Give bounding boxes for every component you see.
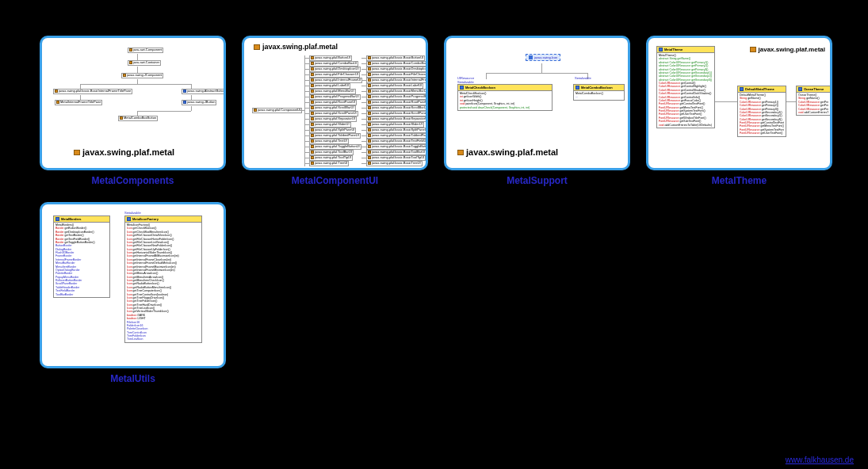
class-right-row: javax.swing.plaf.basic.BasicProgressBarU… xyxy=(366,94,428,100)
card-wrap-metalutils: MetalBorders MetalBorders()Border getBut… xyxy=(40,202,226,384)
package-icon xyxy=(254,44,260,50)
class-right-row: javax.swing.plaf.basic.BasicScrollBarUI xyxy=(366,105,428,111)
class-metalborders: MetalBorders MetalBorders()Border getBut… xyxy=(53,215,110,298)
class-left-row: javax.swing.plaf.LabelUI xyxy=(309,83,350,89)
package-icon xyxy=(457,150,464,155)
card-metalcomponentui[interactable]: javax.swing.plaf.metal javax.swing.plaf.… xyxy=(242,36,428,170)
class-left-row: javax.swing.plaf.DesktopIconUI xyxy=(309,67,361,72)
class-left-row: javax.swing.plaf.ProgressBarUI xyxy=(309,94,361,100)
class-left-row: javax.swing.plaf.ToolTipUI xyxy=(309,155,353,161)
package-label: javax.swing.plaf.metal xyxy=(457,147,558,157)
card-wrap-metaltheme: javax.swing.plaf.metal MetalTheme MetalT… xyxy=(646,36,832,186)
class-left-row: javax.swing.plaf.MenuBarUI xyxy=(309,89,356,94)
class-right-row: javax.swing.plaf.basic.BasicSliderUI xyxy=(366,122,424,128)
class-right-row: javax.swing.plaf.basic.BasicToolBarUI xyxy=(366,150,426,155)
class-right-row: javax.swing.plaf.basic.BasicButtonUI xyxy=(366,55,425,61)
class-right-row: javax.swing.plaf.basic.BasicFileChooserU… xyxy=(366,72,428,78)
class-left-row: javax.swing.plaf.ToggleButtonUI xyxy=(309,144,361,150)
card-title-metalutils[interactable]: MetalUtils xyxy=(110,373,155,384)
class-left-row: javax.swing.plaf.TreeUI xyxy=(309,161,349,166)
package-label: javax.swing.plaf.metal xyxy=(74,147,174,157)
card-title-metalcomponents[interactable]: MetalComponents xyxy=(91,175,174,186)
class-left-row: javax.swing.plaf.ToolBarUI xyxy=(309,150,354,155)
diagram-grid: java.awt.Component java.awt.Container ja… xyxy=(40,36,848,384)
class-right-row: javax.swing.plaf.basic.BasicComboBoxUI xyxy=(366,61,428,67)
card-metalutils[interactable]: MetalBorders MetalBorders()Border getBut… xyxy=(40,202,226,368)
class-metalinternalframetitlepane: MetalInternalFrameTitlePane xyxy=(55,100,102,105)
class-right-row: javax.swing.plaf.basic.BasicTabbedPaneUI xyxy=(366,133,428,139)
class-metalcheckboxicon: MetalCheckBoxIcon MetalCheckBoxIcon()int… xyxy=(457,84,553,111)
class-icon xyxy=(798,87,802,91)
class-right-row: javax.swing.plaf.basic.BasicRootPaneUI xyxy=(366,100,428,105)
class-metaltheme: MetalTheme MetalTheme()abstract String g… xyxy=(656,46,715,128)
class-jcomponent: javax.swing.JComponent xyxy=(121,73,163,78)
class-right-row: javax.swing.plaf.basic.BasicSplitPaneUI xyxy=(366,128,428,133)
class-icon xyxy=(460,86,464,90)
class-left-row: javax.swing.plaf.SliderUI xyxy=(309,122,351,128)
interface-icon: javax.swing.Icon xyxy=(526,54,560,61)
class-metalcomboboxbutton: MetalComboBoxButton xyxy=(118,116,158,121)
class-metaliconfactory: MetalIconFactory MetalIconFactory()Icon … xyxy=(124,215,202,343)
stereotype-serializable-3: Serializable xyxy=(124,211,141,215)
card-wrap-metalcomponentui: javax.swing.plaf.metal javax.swing.plaf.… xyxy=(242,36,428,186)
class-left-row: javax.swing.plaf.ButtonUI xyxy=(309,55,352,61)
class-right-row: javax.swing.plaf.basic.BasicScrollPaneUI xyxy=(366,111,428,116)
card-metalsupport[interactable]: javax.swing.Icon UIResource Serializable… xyxy=(444,36,630,170)
class-left-row: javax.swing.plaf.TabbedPaneUI xyxy=(309,133,361,139)
class-right-row: javax.swing.plaf.basic.BasicInternalFram… xyxy=(366,78,428,83)
card-metaltheme[interactable]: javax.swing.plaf.metal MetalTheme MetalT… xyxy=(646,36,832,170)
class-left-row: javax.swing.plaf.ScrollPaneUI xyxy=(309,111,358,116)
class-oceantheme: OceanTheme OceanTheme()String getName()C… xyxy=(796,86,831,116)
class-left-row: javax.swing.plaf.TextUI xyxy=(309,139,349,144)
class-right-row: javax.swing.plaf.basic.BasicDesktopIconU… xyxy=(366,67,428,72)
class-left-row: javax.swing.plaf.SeparatorUI xyxy=(309,116,357,122)
card-wrap-metalcomponents: java.awt.Component java.awt.Container ja… xyxy=(40,36,226,186)
card-title-metalcomponentui[interactable]: MetalComponentUI xyxy=(292,175,378,186)
class-icon xyxy=(127,217,131,221)
class-defaultmetaltheme: DefaultMetalTheme DefaultMetalTheme()Str… xyxy=(737,86,786,137)
class-icon xyxy=(659,48,663,51)
class-right-row: javax.swing.plaf.basic.BasicSeparatorUI xyxy=(366,116,428,122)
stereotype-serializable-2: Serializable xyxy=(575,76,591,80)
class-left-row: javax.swing.plaf.ComboBoxUI xyxy=(309,61,358,67)
class-left-row: javax.swing.plaf.FileChooserUI xyxy=(309,72,360,78)
package-icon xyxy=(750,47,756,52)
class-left-row: javax.swing.plaf.SplitPaneUI xyxy=(309,128,356,133)
class-abstractbutton: javax.swing.AbstractButton xyxy=(182,89,226,94)
class-icon xyxy=(55,217,59,221)
card-metalcomponents[interactable]: java.awt.Component java.awt.Container ja… xyxy=(40,36,226,170)
class-left-row: javax.swing.plaf.InternalFrameUI xyxy=(309,78,362,83)
class-container: java.awt.Container xyxy=(128,60,161,66)
class-metalcomboboxicon: MetalComboBoxIcon MetalComboBoxIcon()… xyxy=(573,84,625,101)
class-right-row: javax.swing.plaf.basic.BasicTreeUI xyxy=(366,161,423,166)
class-right-row: javax.swing.plaf.basic.BasicToggleButton… xyxy=(366,144,428,150)
class-icon xyxy=(740,87,744,91)
interface-icon-glyph xyxy=(529,55,533,59)
class-right-row: javax.swing.plaf.basic.BasicMenuBarUI xyxy=(366,89,428,94)
class-right-row: javax.swing.plaf.basic.BasicToolTipUI xyxy=(366,155,426,161)
class-left-row: javax.swing.plaf.ScrollBarUI xyxy=(309,105,356,111)
card-wrap-metalsupport: javax.swing.Icon UIResource Serializable… xyxy=(444,36,630,186)
class-right-row: javax.swing.plaf.basic.BasicLabelUI xyxy=(366,83,423,89)
card-title-metalsupport[interactable]: MetalSupport xyxy=(507,175,568,186)
class-icon xyxy=(575,86,579,90)
class-right-row: javax.swing.plaf.basic.BasicTextFieldUI xyxy=(366,139,428,144)
card-title-metaltheme[interactable]: MetalTheme xyxy=(712,175,767,186)
class-component: java.awt.Component xyxy=(128,48,163,53)
class-left-row: javax.swing.plaf.RootPaneUI xyxy=(309,100,357,105)
class-basicinternalframetitlepane: javax.swing.plaf.basic.BasicInternalFram… xyxy=(53,89,132,94)
footer-link[interactable]: www.falkhausen.de xyxy=(786,456,854,464)
class-jbutton: javax.swing.JButton xyxy=(182,100,216,105)
package-icon xyxy=(74,150,80,155)
package-label: javax.swing.plaf.metal xyxy=(750,46,825,53)
package-label: javax.swing.plaf.metal xyxy=(254,43,338,51)
